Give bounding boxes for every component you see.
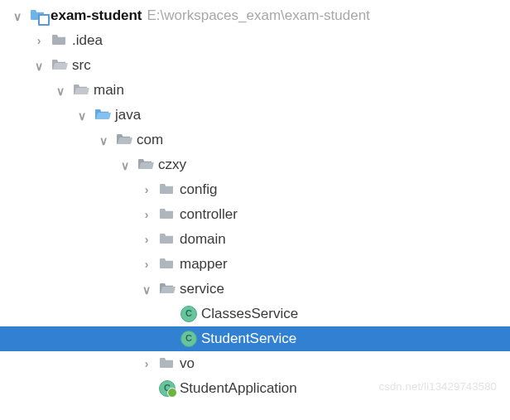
package-label: czxy [158, 157, 186, 173]
chevron-down-icon[interactable]: ∨ [139, 282, 154, 297]
package-icon [159, 233, 174, 246]
folder-open-icon [51, 59, 66, 72]
tree-row-config[interactable]: › config [0, 177, 510, 202]
folder-icon [51, 34, 66, 47]
chevron-down-icon[interactable]: ∨ [10, 9, 25, 24]
package-icon [159, 282, 174, 296]
class-label: StudentService [201, 331, 296, 347]
chevron-right-icon[interactable]: › [139, 257, 154, 272]
chevron-down-icon[interactable]: ∨ [96, 133, 111, 148]
tree-row-idea[interactable]: › .idea [0, 28, 510, 53]
module-path: E:\workspaces_exam\exam-student [147, 7, 370, 24]
tree-row-src[interactable]: ∨ src [0, 53, 510, 78]
tree-row-student-application[interactable]: › StudentApplication [0, 376, 510, 401]
tree-row-czxy[interactable]: ∨ czxy [0, 152, 510, 177]
package-label: mapper [180, 256, 228, 273]
package-label: config [180, 181, 217, 198]
folder-label: .idea [72, 32, 103, 49]
tree-row-com[interactable]: ∨ com [0, 128, 510, 152]
chevron-right-icon[interactable]: › [31, 33, 46, 48]
tree-row-domain[interactable]: › domain [0, 227, 510, 252]
package-label: controller [180, 206, 238, 223]
module-icon [30, 9, 45, 22]
package-icon [159, 183, 174, 196]
package-icon [159, 258, 174, 271]
package-icon [159, 208, 174, 221]
class-icon [180, 331, 195, 346]
chevron-right-icon[interactable]: › [139, 356, 154, 371]
tree-row-service[interactable]: ∨ service [0, 277, 510, 302]
tree-row-main[interactable]: ∨ main [0, 78, 510, 103]
chevron-down-icon[interactable]: ∨ [118, 158, 132, 173]
package-icon [137, 158, 152, 171]
folder-label: main [94, 82, 124, 99]
chevron-right-icon[interactable]: › [139, 232, 154, 247]
package-icon [159, 357, 174, 370]
package-icon [116, 133, 131, 147]
tree-row-java[interactable]: ∨ java [0, 103, 510, 128]
package-label: vo [180, 355, 195, 372]
package-label: service [180, 281, 224, 297]
module-name: exam-student [51, 7, 142, 24]
folder-label: java [115, 107, 141, 123]
tree-row-classes-service[interactable]: › ClassesService [0, 302, 510, 326]
tree-row-mapper[interactable]: › mapper [0, 252, 510, 277]
source-folder-icon [94, 109, 109, 122]
package-label: com [137, 132, 163, 148]
tree-row-root[interactable]: ∨ exam-student E:\workspaces_exam\exam-s… [0, 3, 510, 28]
folder-label: src [72, 57, 91, 74]
chevron-down-icon[interactable]: ∨ [31, 59, 46, 74]
class-label: StudentApplication [180, 380, 297, 397]
tree-row-vo[interactable]: › vo [0, 351, 510, 376]
tree-row-controller[interactable]: › controller [0, 202, 510, 227]
class-label: ClassesService [201, 306, 298, 322]
chevron-right-icon[interactable]: › [139, 207, 154, 222]
spring-class-icon [159, 381, 174, 396]
folder-open-icon [73, 84, 88, 97]
package-label: domain [180, 231, 226, 248]
class-icon [180, 307, 195, 321]
chevron-down-icon[interactable]: ∨ [75, 109, 89, 123]
chevron-right-icon[interactable]: › [139, 182, 154, 197]
tree-row-student-service[interactable]: › StudentService [0, 326, 510, 351]
chevron-down-icon[interactable]: ∨ [53, 84, 68, 99]
